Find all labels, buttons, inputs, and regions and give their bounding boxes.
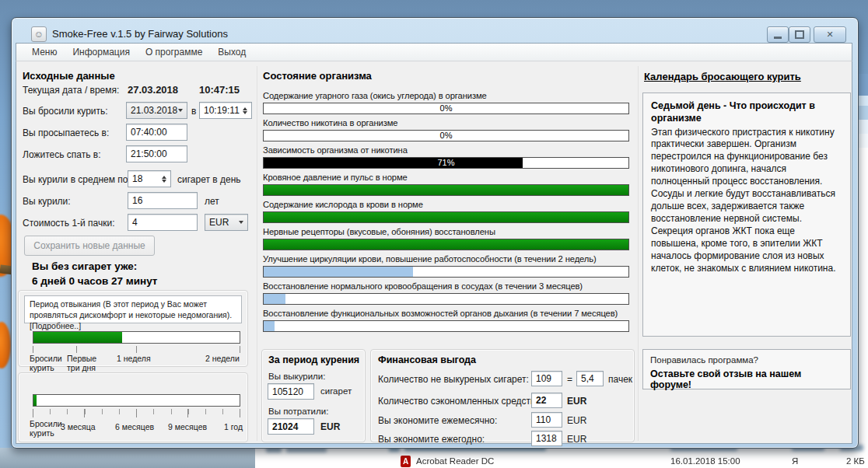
- quit-date-value: 21.03.2018: [131, 105, 177, 116]
- tick-mark: [136, 409, 137, 417]
- menu-item-about[interactable]: О программе: [138, 44, 210, 60]
- year-progress-bar: [33, 394, 240, 407]
- saved-field[interactable]: 22: [531, 393, 562, 408]
- menu-item-exit[interactable]: Выход: [210, 44, 254, 60]
- monthly-value: 110: [536, 414, 551, 425]
- withdrawal-groupbox: Период отвыкания (В этот период у Вас мо…: [18, 290, 248, 367]
- bar-carbon-monoxide: Содержание угарного газа (окись углерода…: [263, 91, 629, 114]
- body-state-title: Состояние организма: [263, 70, 372, 82]
- feedback-cta[interactable]: Оставьте свой отзыв на нашем форуме!: [650, 368, 843, 390]
- bar-oxygen-level: Содержание кислорода в крови в норме: [263, 200, 629, 223]
- smoked-label: Вы выкурили:: [268, 372, 325, 381]
- bar-value: 71%: [264, 158, 628, 168]
- bar-blood-circulation: Улучшение циркуляции крови, повышение ра…: [263, 254, 629, 278]
- feedback-box: Понравилась программа? Оставьте свой отз…: [642, 349, 851, 389]
- maximize-icon: [795, 30, 804, 39]
- quit-time-value: 10:19:11: [204, 105, 240, 116]
- wake-time-value: 07:40:00: [131, 127, 167, 138]
- progress-bar: [263, 320, 629, 332]
- smoking-years-value: 16: [132, 195, 142, 206]
- financial-title: Финансовая выгода: [378, 354, 476, 365]
- tick-label: Первые три дня: [67, 354, 101, 372]
- bar-lung-recovery: Восстановление функциональных возможност…: [263, 309, 629, 332]
- yearly-label: Вы экономите ежегодно:: [378, 434, 485, 445]
- calendar-title: Календарь бросающего курить: [644, 71, 801, 82]
- currency-combobox[interactable]: EUR: [205, 214, 248, 231]
- tick-mark: [33, 346, 33, 353]
- spinner-buttons-icon[interactable]: [162, 176, 166, 183]
- not-smoked-field[interactable]: 109: [531, 371, 562, 386]
- current-time-value: 10:47:15: [199, 84, 240, 96]
- wake-time-field[interactable]: 07:40:00: [126, 124, 187, 141]
- tick-mark: [84, 409, 85, 417]
- since-title: Вы без сигарет уже:: [32, 260, 137, 272]
- pack-price-label: Стоимость 1-й пачки:: [23, 218, 115, 229]
- avg-cigarettes-value: 18: [132, 173, 142, 184]
- tick-label: 9 месяцев: [168, 423, 207, 432]
- chevron-down-icon: [178, 109, 183, 112]
- bar-label: Нервные рецепторы (вкусовые, обоняния) в…: [263, 227, 629, 238]
- monthly-field[interactable]: 110: [531, 412, 562, 428]
- smoking-period-title: За период курения: [268, 354, 359, 365]
- bar-vessel-recovery: Восстановление нормального кровообращени…: [263, 281, 629, 305]
- avg-cigarettes-label: Вы курили в среднем по:: [23, 174, 131, 185]
- yearly-field[interactable]: 1318: [531, 431, 562, 446]
- sleep-time-field[interactable]: 21:50:00: [126, 145, 187, 162]
- flower-image: [0, 322, 11, 368]
- minimize-icon: [774, 37, 782, 39]
- close-button[interactable]: ✕: [814, 26, 846, 43]
- feedback-question: Понравилась программа?: [650, 355, 843, 365]
- spent-currency: EUR: [320, 421, 340, 432]
- pack-price-value: 4: [132, 217, 138, 228]
- packs-field[interactable]: 5,4: [576, 371, 604, 386]
- file-name: Acrobat Reader DC: [416, 456, 494, 466]
- withdrawal-note-text: Период отвыкания (В этот период у Вас мо…: [30, 299, 232, 320]
- details-link[interactable]: [Подробнее..]: [30, 321, 81, 330]
- spent-amount-field[interactable]: 21024: [268, 418, 314, 435]
- menu-item-information[interactable]: Информация: [65, 44, 137, 60]
- tick-mark: [240, 409, 240, 417]
- smoking-years-field[interactable]: 16: [128, 192, 198, 209]
- not-smoked-value: 109: [536, 373, 551, 384]
- minor-tick-marks: [33, 409, 241, 414]
- progress-bar: [263, 184, 629, 196]
- acrobat-file-icon: A: [401, 456, 411, 467]
- tick-mark: [136, 346, 137, 353]
- title-bar[interactable]: ☺ Smoke-Free v.1.5 by Fairway Solutions …: [12, 18, 858, 43]
- progress-bar: 0%: [263, 130, 629, 141]
- smoked-count-value: 105120: [272, 386, 303, 397]
- progress-bar: 71%: [263, 157, 629, 169]
- pack-price-field[interactable]: 4: [128, 214, 198, 231]
- menu-bar: Меню Информация О программе Выход: [16, 43, 852, 61]
- tick-mark: [187, 409, 188, 417]
- save-data-button[interactable]: Сохранить новые данные: [24, 236, 155, 256]
- column-divider: [638, 66, 639, 441]
- tick-label: Бросили курить: [30, 354, 64, 372]
- progress-bar: [263, 211, 629, 223]
- bar-label: Содержание кислорода в крови в норме: [263, 200, 629, 211]
- quit-time-spinner[interactable]: 10:19:11: [199, 102, 252, 119]
- sleep-time-label: Ложитесь спать в:: [23, 149, 100, 160]
- not-smoked-label: Количество не выкуреных сигарет:: [378, 374, 529, 385]
- bar-label: Восстановление нормального кровообращени…: [263, 281, 629, 292]
- bar-label: Содержание угарного газа (окись углерода…: [263, 91, 629, 102]
- avg-cigarettes-spinner[interactable]: 18: [128, 170, 171, 187]
- smoked-count-field[interactable]: 105120: [268, 383, 314, 400]
- spinner-buttons-icon[interactable]: [243, 107, 247, 114]
- saved-label: Количество сэкономленных средств:: [378, 396, 538, 407]
- quit-date-combobox[interactable]: 21.03.2018: [126, 102, 187, 119]
- chevron-down-icon: [239, 221, 243, 224]
- calendar-entry-box: Седьмой день - Что происходит в организм…: [642, 93, 851, 337]
- calendar-entry-title: Седьмой день - Что происходит в организм…: [651, 100, 842, 125]
- bar-nerve-receptors: Нервные рецепторы (вкусовые, обоняния) в…: [263, 227, 629, 250]
- tick-mark: [33, 409, 33, 417]
- background-window-edge: [857, 74, 868, 468]
- monthly-currency: EUR: [567, 415, 586, 426]
- progress-bar: [263, 266, 629, 278]
- maximize-button[interactable]: [789, 26, 810, 43]
- progress-bar: [263, 239, 629, 250]
- menu-item-menu[interactable]: Меню: [24, 44, 65, 60]
- bar-value: 0%: [264, 103, 628, 114]
- minimize-button[interactable]: [767, 26, 789, 43]
- smoking-years-suffix: лет: [205, 196, 219, 207]
